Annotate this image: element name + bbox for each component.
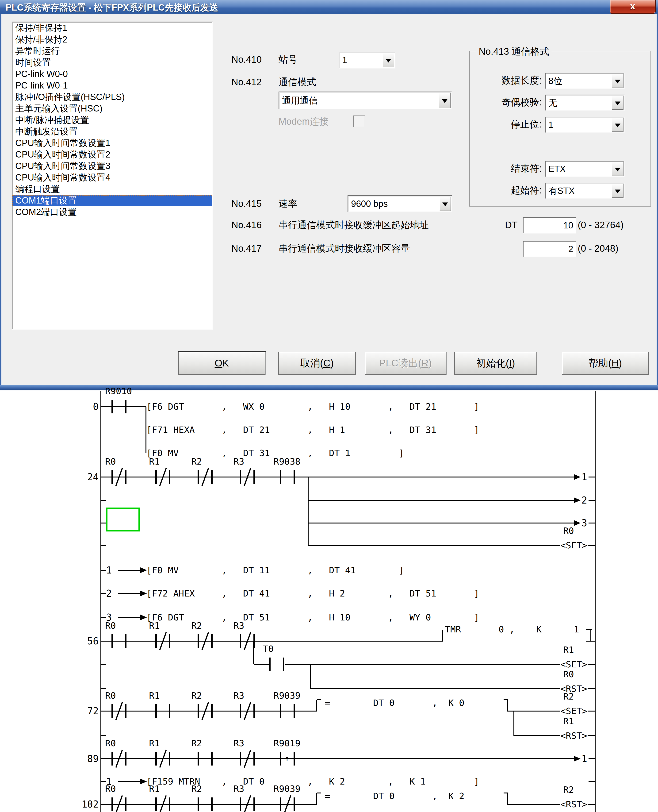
cmp-bracket bbox=[507, 793, 508, 804]
contact-label: R2 bbox=[191, 621, 202, 630]
contact-R9019[interactable] bbox=[278, 751, 298, 767]
ok-button[interactable]: OK bbox=[179, 352, 265, 375]
contact-R2[interactable] bbox=[196, 703, 216, 719]
coil-set-R0[interactable]: <SET> bbox=[560, 541, 588, 550]
instruction[interactable]: [F6 DGT , WX 0 , H 10 , DT 21 ] bbox=[146, 402, 479, 411]
station-number-combo[interactable]: 1 bbox=[338, 52, 395, 69]
contact-R9039[interactable] bbox=[278, 796, 298, 812]
chevron-down-icon[interactable] bbox=[612, 96, 624, 110]
ladder-cursor[interactable] bbox=[106, 508, 140, 531]
parity-combo[interactable]: 无 bbox=[545, 95, 625, 111]
sidebar-item-14[interactable]: CPU输入时间常数设置4 bbox=[13, 172, 212, 183]
no410-label: 站号 bbox=[279, 53, 297, 66]
register-category-list[interactable]: 保持/非保持1保持/非保持2异常时运行时间设置PC-link W0-0PC-li… bbox=[12, 22, 213, 329]
contact-R2[interactable] bbox=[196, 633, 216, 649]
contact-R1[interactable] bbox=[154, 751, 174, 767]
sidebar-item-7[interactable]: 脉冲I/O插件设置(HSC/PLS) bbox=[13, 91, 212, 103]
header-combo[interactable]: 有STX bbox=[545, 183, 625, 199]
sidebar-item-1[interactable]: 保持/非保持1 bbox=[13, 22, 212, 34]
chevron-down-icon[interactable] bbox=[382, 53, 394, 67]
sidebar-item-5[interactable]: PC-link W0-0 bbox=[13, 68, 212, 80]
sidebar-item-16[interactable]: COM1端口设置 bbox=[13, 195, 212, 206]
chevron-down-icon[interactable] bbox=[612, 162, 624, 176]
contact-R3[interactable] bbox=[238, 703, 258, 719]
contact-R9010[interactable] bbox=[110, 398, 130, 415]
contact-T0[interactable] bbox=[268, 656, 287, 672]
contact-R9039[interactable] bbox=[278, 703, 298, 719]
contact-R3[interactable] bbox=[238, 751, 258, 767]
coil-set-R2[interactable]: <SET> bbox=[560, 707, 588, 715]
contact-label: T0 bbox=[263, 644, 274, 653]
sidebar-item-9[interactable]: 中断/脉冲捕捉设置 bbox=[13, 114, 212, 126]
sidebar-item-11[interactable]: CPU输入时间常数设置1 bbox=[13, 137, 212, 149]
title-bar[interactable]: PLC系统寄存器设置 - 松下FPX系列PLC先接收后发送 bbox=[0, 0, 658, 14]
data-length-value: 8位 bbox=[548, 75, 562, 87]
coil-rst-R1[interactable]: <RST> bbox=[560, 731, 588, 740]
stop-bit-combo[interactable]: 1 bbox=[545, 117, 625, 133]
contact-R3[interactable] bbox=[238, 796, 258, 812]
rung-address: 72 bbox=[68, 706, 99, 716]
sidebar-item-10[interactable]: 中断触发沿设置 bbox=[13, 126, 212, 137]
sidebar-item-17[interactable]: COM2端口设置 bbox=[13, 206, 212, 218]
wire bbox=[101, 735, 106, 736]
chevron-down-icon[interactable] bbox=[612, 184, 624, 198]
close-button[interactable]: x bbox=[609, 0, 656, 14]
no417-id: No.417 bbox=[231, 243, 262, 254]
branch-wire bbox=[514, 711, 514, 736]
sidebar-item-8[interactable]: 主单元输入设置(HSC) bbox=[13, 103, 212, 114]
sidebar-item-3[interactable]: 异常时运行 bbox=[13, 45, 212, 57]
cancel-button[interactable]: 取消(C) bbox=[278, 352, 356, 375]
contact-R9038[interactable] bbox=[278, 469, 298, 485]
buffer-capacity-input[interactable]: 2 bbox=[523, 241, 577, 257]
chevron-down-icon[interactable] bbox=[612, 118, 624, 132]
chevron-down-icon[interactable] bbox=[612, 74, 624, 88]
instruction-compare[interactable]: = DT 0 , K 2 bbox=[325, 792, 464, 801]
instruction-compare[interactable]: = DT 0 , K 0 bbox=[325, 698, 464, 707]
contact-R3[interactable] bbox=[238, 469, 258, 485]
contact-R0[interactable] bbox=[110, 796, 130, 812]
terminator-combo[interactable]: ETX bbox=[545, 161, 625, 177]
sidebar-item-13[interactable]: CPU输入时间常数设置3 bbox=[13, 160, 212, 172]
contact-label: R1 bbox=[149, 457, 160, 466]
chevron-down-icon[interactable] bbox=[439, 93, 451, 108]
buffer-start-input[interactable]: 10 bbox=[523, 217, 577, 234]
chevron-down-icon[interactable] bbox=[439, 196, 451, 211]
contact-R2[interactable] bbox=[196, 751, 216, 767]
contact-R1[interactable] bbox=[154, 469, 174, 485]
contact-R0[interactable] bbox=[110, 469, 130, 485]
sidebar-item-15[interactable]: 编程口设置 bbox=[13, 183, 212, 195]
contact-R1[interactable] bbox=[154, 703, 174, 719]
contact-R3[interactable] bbox=[238, 633, 258, 649]
instruction[interactable]: [F72 AHEX , DT 41 , H 2 , DT 51 ] bbox=[146, 589, 479, 598]
contact-label: R2 bbox=[191, 457, 202, 466]
contact-R0[interactable] bbox=[110, 633, 130, 649]
instruction-tmr[interactable]: TMR 0 , K 1 bbox=[445, 625, 579, 634]
wire bbox=[101, 617, 106, 618]
ladder-editor[interactable]: 0R9010[F6 DGT , WX 0 , H 10 , DT 21 ][F7… bbox=[0, 390, 658, 812]
initialize-button[interactable]: 初始化(I) bbox=[454, 352, 537, 375]
sidebar-item-2[interactable]: 保持/非保持2 bbox=[13, 34, 212, 45]
dt-prefix-label: DT bbox=[505, 220, 517, 230]
modem-checkbox[interactable] bbox=[353, 116, 365, 127]
coil-label: R0 bbox=[563, 526, 574, 535]
tmr-riser bbox=[442, 630, 443, 641]
coil-set-R1[interactable]: <SET> bbox=[560, 660, 588, 669]
data-length-combo[interactable]: 8位 bbox=[545, 73, 625, 89]
coil-rst-R2[interactable]: <RST> bbox=[560, 800, 588, 809]
sidebar-item-12[interactable]: CPU输入时间常数设置2 bbox=[13, 149, 212, 160]
baud-rate-combo[interactable]: 9600 bps bbox=[348, 195, 452, 212]
buffer-start-value: 10 bbox=[563, 220, 573, 230]
no412-id: No.412 bbox=[231, 77, 262, 87]
contact-R0[interactable] bbox=[110, 703, 130, 719]
sidebar-item-4[interactable]: 时间设置 bbox=[13, 57, 212, 68]
contact-R1[interactable] bbox=[154, 633, 174, 649]
contact-R0[interactable] bbox=[110, 751, 130, 767]
comm-mode-combo[interactable]: 通用通信 bbox=[279, 92, 452, 110]
contact-R1[interactable] bbox=[154, 796, 174, 812]
help-button[interactable]: 帮助(H) bbox=[562, 352, 649, 375]
instruction[interactable]: [F0 MV , DT 11 , DT 41 ] bbox=[146, 566, 404, 575]
contact-R2[interactable] bbox=[196, 469, 216, 485]
sidebar-item-6[interactable]: PC-link W0-1 bbox=[13, 80, 212, 91]
instruction[interactable]: [F71 HEXA , DT 21 , H 1 , DT 31 ] bbox=[146, 425, 479, 434]
contact-R2[interactable] bbox=[196, 796, 216, 812]
